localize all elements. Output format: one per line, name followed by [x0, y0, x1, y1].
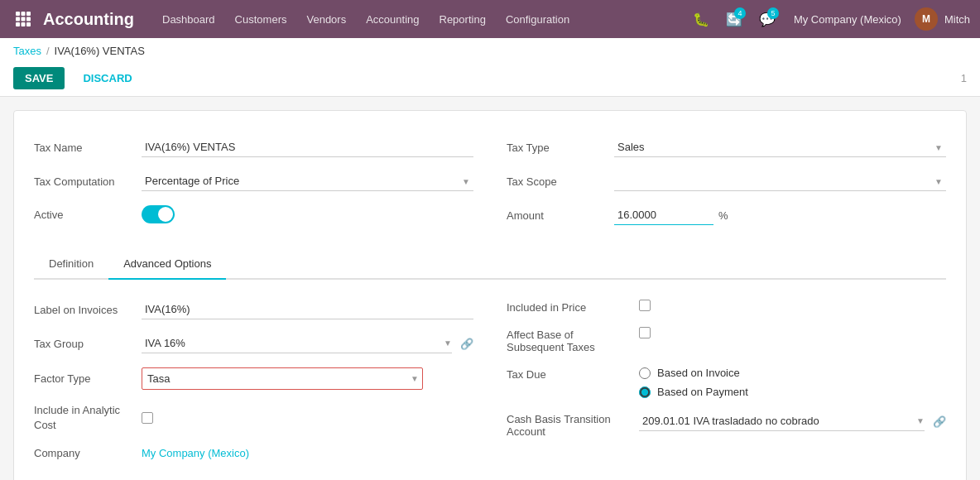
svg-rect-2 [26, 12, 31, 16]
affect-base-label: Affect Base ofSubsequent Taxes [507, 327, 639, 353]
tax-name-input[interactable] [142, 137, 473, 157]
company-field: My Company (Mexico) [142, 447, 473, 459]
amount-input[interactable] [614, 205, 713, 225]
tax-due-payment-item: Based on Payment [639, 386, 946, 398]
label-invoices-row: Label on Invoices [34, 293, 473, 327]
factor-type-label: Factor Type [34, 372, 142, 385]
main-content: Tax Name Tax Computation Percentage of P… [0, 97, 980, 480]
tax-type-field: Sales Purchase None ▼ [614, 137, 946, 157]
company-link[interactable]: My Company (Mexico) [142, 447, 249, 459]
company-row: Company My Company (Mexico) [34, 440, 473, 467]
user-name[interactable]: Mitch [944, 13, 970, 26]
tax-group-arrow: ▼ [444, 338, 452, 348]
tax-group-label: Tax Group [34, 338, 142, 350]
active-field [142, 205, 473, 223]
amount-unit: % [718, 209, 728, 222]
breadcrumb-parent[interactable]: Taxes [13, 45, 41, 57]
form-left-col: Tax Name Tax Computation Percentage of P… [34, 131, 473, 233]
include-analytic-row: Include in AnalyticCost [34, 396, 473, 440]
menu-reporting[interactable]: Reporting [431, 8, 494, 31]
tax-group-select[interactable]: IVA 16% [142, 334, 444, 353]
tax-scope-row: Tax Scope Services Goods ▼ [507, 165, 946, 199]
included-price-field [639, 300, 946, 311]
tax-due-row: Tax Due Based on Invoice Based on Paymen… [507, 360, 946, 405]
menu-accounting[interactable]: Accounting [358, 8, 427, 31]
tax-due-payment-radio[interactable] [639, 386, 651, 398]
factor-type-arrow: ▼ [411, 374, 419, 383]
active-label: Active [34, 209, 142, 221]
included-price-row: Included in Price [507, 293, 946, 320]
included-price-checkbox[interactable] [639, 300, 651, 311]
svg-rect-8 [26, 22, 31, 26]
label-invoices-input[interactable] [142, 300, 473, 319]
factor-type-select[interactable]: Tasa Cuota Exento [142, 368, 411, 389]
menu-configuration[interactable]: Configuration [497, 8, 578, 31]
tab-advanced-options[interactable]: Advanced Options [108, 249, 226, 280]
tax-scope-field: Services Goods ▼ [614, 171, 946, 191]
menu-vendors[interactable]: Vendors [298, 8, 354, 31]
company-selector[interactable]: My Company (Mexico) [787, 10, 908, 29]
factor-type-row: Factor Type Tasa Cuota Exento ▼ [34, 361, 473, 396]
updates-badge: 4 [734, 7, 746, 19]
label-invoices-field [142, 300, 473, 319]
tax-due-invoice-label: Based on Invoice [657, 367, 740, 379]
tax-due-radio-group: Based on Invoice Based on Payment [639, 367, 946, 398]
svg-rect-5 [26, 17, 31, 22]
tax-computation-select[interactable]: Percentage of Price Fixed Python Code Gr… [142, 171, 473, 191]
affect-base-row: Affect Base ofSubsequent Taxes [507, 320, 946, 360]
affect-base-field [639, 327, 946, 338]
discard-button[interactable]: DISCARD [71, 67, 143, 89]
tax-name-row: Tax Name [34, 131, 473, 165]
app-title: Accounting [43, 10, 134, 29]
tax-group-external-link-icon[interactable]: 🔗 [460, 338, 473, 350]
svg-rect-6 [16, 22, 20, 26]
apps-menu-button[interactable] [10, 6, 36, 32]
amount-label: Amount [507, 209, 614, 222]
menu-dashboard[interactable]: Dashboard [154, 8, 223, 31]
tax-computation-field: Percentage of Price Fixed Python Code Gr… [142, 171, 473, 191]
tax-group-row: Tax Group IVA 16% ▼ 🔗 [34, 327, 473, 361]
include-analytic-label: Include in AnalyticCost [34, 403, 142, 433]
amount-row: Amount % [507, 199, 946, 233]
active-toggle[interactable] [142, 205, 175, 223]
toggle-slider [142, 205, 175, 223]
svg-rect-7 [22, 22, 26, 26]
cash-basis-row: Cash Basis TransitionAccount 209.01.01 I… [507, 405, 946, 444]
advanced-right-col: Included in Price Affect Base ofSubseque… [507, 293, 946, 467]
included-price-label: Included in Price [507, 300, 639, 314]
label-invoices-label: Label on Invoices [34, 304, 142, 316]
tax-scope-select[interactable]: Services Goods [614, 171, 946, 191]
tax-type-row: Tax Type Sales Purchase None ▼ [507, 131, 946, 165]
tax-name-field [142, 137, 473, 157]
tax-name-label: Tax Name [34, 142, 142, 154]
tax-type-select[interactable]: Sales Purchase None [614, 137, 946, 157]
action-bar: SAVE DISCARD 1 [13, 60, 967, 96]
cash-basis-arrow: ▼ [916, 416, 925, 425]
active-row: Active [34, 199, 473, 231]
cash-basis-select[interactable]: 209.01.01 IVA trasladado no cobrado [639, 411, 916, 430]
breadcrumb-separator: / [46, 45, 50, 57]
page-header: Taxes / IVA(16%) VENTAS SAVE DISCARD 1 [0, 38, 980, 97]
breadcrumb-current: IVA(16%) VENTAS [55, 45, 145, 57]
updates-icon-button[interactable]: 🔄 4 [721, 6, 747, 32]
messages-icon-button[interactable]: 💬 5 [754, 6, 781, 32]
tax-due-invoice-radio[interactable] [639, 367, 651, 379]
save-button[interactable]: SAVE [13, 67, 65, 89]
top-navigation: Accounting Dashboard Customers Vendors A… [0, 0, 980, 38]
svg-rect-4 [22, 17, 26, 22]
bug-icon-button[interactable]: 🐛 [688, 6, 714, 32]
menu-customers[interactable]: Customers [227, 8, 295, 31]
advanced-left-col: Label on Invoices Tax Group IVA 16% [34, 293, 473, 467]
user-avatar[interactable]: M [915, 7, 938, 31]
form-section-top: Tax Name Tax Computation Percentage of P… [34, 131, 946, 233]
svg-rect-0 [16, 12, 20, 16]
breadcrumb: Taxes / IVA(16%) VENTAS [13, 45, 967, 60]
tax-type-label: Tax Type [507, 142, 614, 154]
tab-definition[interactable]: Definition [34, 249, 108, 280]
include-analytic-checkbox[interactable] [142, 412, 153, 424]
cash-basis-external-link-icon[interactable]: 🔗 [933, 415, 946, 428]
affect-base-checkbox[interactable] [639, 327, 651, 338]
tax-computation-label: Tax Computation [34, 175, 142, 188]
page-number: 1 [961, 72, 967, 84]
messages-badge: 5 [767, 7, 779, 19]
